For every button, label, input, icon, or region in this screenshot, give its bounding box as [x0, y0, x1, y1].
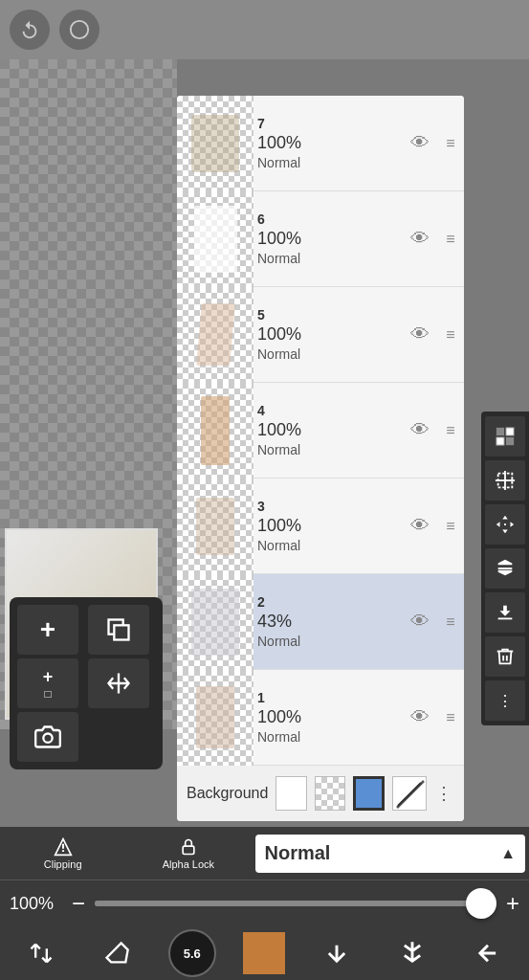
- layer-number: 2: [257, 594, 265, 610]
- layer-number: 3: [257, 499, 265, 514]
- layer-thumbnail: [177, 96, 253, 191]
- layer-info: 6 100% Normal: [253, 204, 403, 275]
- layer-number: 7: [257, 116, 265, 131]
- layer-row[interactable]: 1 100% Normal 👁 ≡: [177, 670, 464, 766]
- background-swatch-blue[interactable]: [353, 776, 385, 811]
- layer-row[interactable]: 5 100% Normal 👁 ≡: [177, 287, 464, 383]
- color-swatch-button[interactable]: [243, 932, 285, 974]
- layer-opacity: 100%: [257, 707, 301, 728]
- double-down-arrow-button[interactable]: [388, 929, 436, 977]
- eye-icon: 👁: [410, 323, 430, 345]
- add-layer-button[interactable]: +: [17, 605, 78, 655]
- tools-row: 5.6: [0, 926, 529, 980]
- layer-menu-icon[interactable]: ≡: [437, 326, 464, 344]
- checker-pattern-button[interactable]: [485, 416, 525, 457]
- svg-rect-14: [183, 846, 194, 854]
- undo-button[interactable]: [10, 10, 50, 50]
- layer-thumbnail: [177, 574, 253, 670]
- blend-mode-value: Normal: [265, 842, 331, 864]
- layer-number: 1: [257, 690, 265, 705]
- eye-icon: 👁: [410, 228, 430, 250]
- layer-menu-icon[interactable]: ≡: [437, 422, 464, 439]
- clipping-button[interactable]: Clipping: [0, 827, 125, 880]
- background-row: Background ⋮: [177, 766, 464, 821]
- layer-move-button[interactable]: [88, 658, 149, 708]
- layer-blend: Normal: [257, 442, 300, 457]
- svg-rect-3: [506, 428, 514, 435]
- camera-button[interactable]: [17, 712, 78, 762]
- down-arrow-button[interactable]: [313, 929, 361, 977]
- selection-transform-button[interactable]: [485, 460, 525, 501]
- layer-row[interactable]: 7 100% Normal 👁 ≡: [177, 96, 464, 191]
- layer-thumbnail: [177, 287, 253, 383]
- layer-row[interactable]: 3 100% Normal 👁 ≡: [177, 479, 464, 574]
- layer-thumbnail: [177, 670, 253, 766]
- svg-point-13: [43, 734, 52, 743]
- layer-row[interactable]: 6 100% Normal 👁 ≡: [177, 191, 464, 287]
- background-swatch-slash[interactable]: [392, 776, 427, 811]
- layer-menu-icon[interactable]: ≡: [437, 613, 464, 631]
- layer-menu-icon[interactable]: ≡: [437, 518, 464, 535]
- move-button[interactable]: [485, 504, 525, 545]
- layer-visibility-toggle[interactable]: 👁: [403, 323, 437, 345]
- layer-blend: Normal: [257, 346, 300, 362]
- delete-layer-button[interactable]: [485, 636, 525, 677]
- layer-visibility-toggle[interactable]: 👁: [403, 611, 437, 633]
- layer-info: 4 100% Normal: [253, 395, 403, 466]
- layer-menu-icon[interactable]: ≡: [437, 709, 464, 726]
- add-group-button[interactable]: +□: [17, 658, 78, 708]
- layer-blend: Normal: [257, 538, 300, 553]
- background-more-button[interactable]: ⋮: [434, 776, 454, 811]
- layer-menu-icon[interactable]: ≡: [437, 231, 464, 248]
- clipping-label: Clipping: [44, 858, 82, 870]
- svg-rect-2: [496, 428, 504, 435]
- layer-visibility-toggle[interactable]: 👁: [403, 228, 437, 250]
- menu-button[interactable]: [59, 10, 99, 50]
- layer-row[interactable]: 4 100% Normal 👁 ≡: [177, 383, 464, 479]
- opacity-slider-knob[interactable]: [466, 888, 496, 919]
- layer-visibility-toggle[interactable]: 👁: [403, 706, 437, 728]
- background-label: Background: [187, 785, 268, 802]
- opacity-decrease-button[interactable]: −: [72, 890, 85, 917]
- eraser-button[interactable]: [93, 929, 141, 977]
- alpha-lock-button[interactable]: Alpha Lock: [125, 827, 251, 880]
- hamburger-icon: ≡: [446, 135, 454, 152]
- layer-duplicate-button[interactable]: [88, 605, 149, 655]
- opacity-increase-button[interactable]: +: [506, 890, 519, 917]
- layer-opacity: 43%: [257, 612, 292, 633]
- blend-mode-selector[interactable]: Normal ▲: [255, 835, 526, 873]
- back-button[interactable]: [464, 929, 512, 977]
- swap-colors-button[interactable]: [17, 929, 65, 977]
- hamburger-icon: ≡: [446, 709, 454, 726]
- layer-blend: Normal: [257, 729, 300, 745]
- layer-opacity: 100%: [257, 516, 301, 537]
- layer-thumbnail: [177, 383, 253, 479]
- layer-opacity: 100%: [257, 420, 301, 441]
- bottom-left-toolbar: + +□: [10, 597, 163, 769]
- background-swatch-checker[interactable]: [315, 776, 345, 811]
- layer-row[interactable]: 2 43% Normal 👁 ≡: [177, 574, 464, 670]
- eye-icon: 👁: [410, 706, 430, 728]
- more-options-button[interactable]: ⋮: [485, 680, 525, 721]
- flip-button[interactable]: [485, 548, 525, 589]
- alpha-lock-label: Alpha Lock: [163, 858, 214, 870]
- layer-blend: Normal: [257, 155, 300, 170]
- opacity-slider[interactable]: [95, 901, 496, 906]
- layer-panel: 7 100% Normal 👁 ≡ 6 100% Normal 👁 ≡: [177, 96, 464, 821]
- more-icon: ⋮: [497, 692, 513, 710]
- layer-info: 1 100% Normal: [253, 682, 403, 753]
- layer-visibility-toggle[interactable]: 👁: [403, 515, 437, 537]
- top-bar: [0, 0, 529, 59]
- layer-down-button[interactable]: [485, 592, 525, 633]
- bottom-bar: Clipping Alpha Lock Normal ▲ 100% − + 5.…: [0, 827, 529, 980]
- background-swatch-white[interactable]: [276, 776, 306, 811]
- blend-chevron-icon: ▲: [500, 845, 516, 862]
- hamburger-icon: ≡: [446, 518, 454, 535]
- hamburger-icon: ≡: [446, 326, 454, 344]
- layer-thumbnail: [177, 191, 253, 287]
- layer-menu-icon[interactable]: ≡: [437, 135, 464, 152]
- layer-visibility-toggle[interactable]: 👁: [403, 419, 437, 441]
- brush-size-display[interactable]: 5.6: [168, 929, 216, 977]
- layer-number: 5: [257, 307, 265, 323]
- layer-visibility-toggle[interactable]: 👁: [403, 132, 437, 154]
